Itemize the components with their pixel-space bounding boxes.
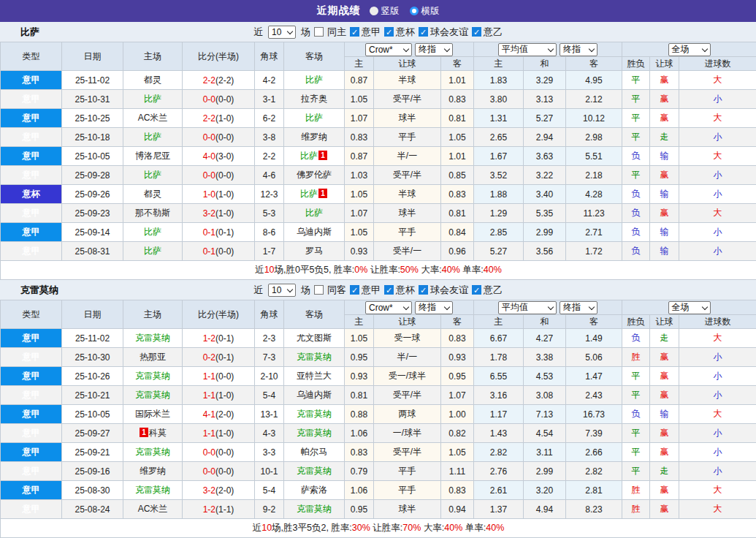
league-checkbox-label-2[interactable]: 球会友谊	[430, 284, 468, 297]
avg-stage-select-value: 终指	[563, 43, 581, 56]
near-label: 近	[253, 26, 263, 39]
scope-select[interactable]: 全场	[668, 43, 711, 56]
corner-cell: 2-3	[255, 329, 284, 348]
away-team-cell: 比萨	[284, 109, 345, 128]
league-checkbox-3[interactable]	[472, 27, 481, 37]
summary-value: 70%	[402, 523, 421, 533]
result-cell-value: 负	[632, 189, 641, 199]
match-row: 意甲25-08-30克雷莫纳3-2(2-0)5-4萨索洛1.06平手0.832.…	[1, 481, 756, 500]
avg-stage-select[interactable]: 终指	[560, 43, 597, 56]
league-checkbox-1[interactable]	[384, 27, 394, 37]
sub-header-2-0: 胜负	[622, 315, 650, 329]
league-checkbox-3[interactable]	[472, 285, 481, 295]
same-side-checkbox[interactable]	[314, 27, 324, 37]
league-checkbox-label-0[interactable]: 意甲	[362, 26, 381, 39]
handicap-result-cell-value: 赢	[660, 352, 669, 362]
odds-source-select[interactable]: Crow*	[365, 43, 412, 56]
table-head: 类型日期主场比分(半场)角球客场Crow*终指平均值终指全场主让球客主和客胜负让…	[1, 42, 756, 71]
date-cell: 25-10-30	[62, 348, 123, 367]
home-team-name: 克雷莫纳	[135, 371, 170, 381]
avg-draw-odds-cell: 2.99	[524, 223, 566, 242]
avg-source-select[interactable]: 平均值	[498, 43, 557, 56]
date-cell: 25-08-24	[62, 500, 123, 519]
league-cell: 意甲	[1, 329, 62, 348]
summary-value: 10	[264, 265, 275, 275]
goals-result-cell: 小	[679, 90, 756, 109]
scope-select[interactable]: 全场	[668, 301, 711, 314]
league-checkbox-label-1[interactable]: 意杯	[396, 284, 415, 297]
avg-home-odds-cell: 1.88	[474, 185, 524, 204]
handicap-away-odds-cell: 0.81	[441, 109, 474, 128]
avg-away-odds-cell: 8.23	[566, 500, 622, 519]
league-cell: 意甲	[1, 443, 62, 462]
league-checkbox-2[interactable]	[419, 27, 428, 37]
handicap-result-cell: 走	[650, 329, 679, 348]
date-cell: 25-09-27	[62, 424, 123, 443]
table-head: 类型日期主场比分(半场)角球客场Crow*终指平均值终指全场主让球客主和客胜负让…	[1, 300, 756, 329]
result-cell-value: 胜	[632, 504, 641, 514]
radio-selected-icon[interactable]	[410, 7, 419, 15]
team-section-1: 克雷莫纳近10场同客意甲意杯球会友谊意乙类型日期主场比分(半场)角球客场Crow…	[0, 280, 756, 538]
goals-result-cell: 小	[679, 367, 756, 386]
home-team-cell: 比萨	[123, 223, 183, 242]
same-side-label[interactable]: 同客	[327, 284, 346, 297]
scope-select-value: 全场	[672, 301, 690, 314]
summary-row: 近10场,胜3平5负2, 胜率:30% 让胜率:70% 大率:40% 单率:40…	[1, 519, 756, 538]
away-team-name: 比萨	[305, 75, 323, 85]
radio-unselected-icon[interactable]	[370, 7, 378, 15]
avg-away-odds-cell: 2.43	[566, 386, 622, 405]
result-cell-value: 胜	[632, 352, 641, 362]
goals-result-cell: 大	[679, 109, 756, 128]
sub-header-0-0: 主	[345, 315, 374, 329]
date-cell: 25-09-16	[62, 462, 123, 481]
avg-draw-odds-cell: 3.38	[524, 348, 566, 367]
home-team-cell: AC米兰	[123, 109, 183, 128]
league-checkbox-label-3[interactable]: 意乙	[484, 284, 503, 297]
table-body: 意甲25-11-02克雷莫纳1-2(0-1)2-3尤文图斯1.05受一球0.83…	[1, 329, 756, 538]
home-team-cell: 克雷莫纳	[123, 329, 183, 348]
odds-source-select[interactable]: Crow*	[365, 301, 412, 314]
handicap-line-cell: 半/一	[374, 348, 441, 367]
goals-result-cell: 小	[679, 223, 756, 242]
handicap-result-cell: 输	[650, 147, 679, 166]
odds-source-select-value: Crow*	[369, 45, 393, 55]
league-checkbox-label-1[interactable]: 意杯	[396, 26, 415, 39]
date-cell: 25-10-26	[62, 367, 123, 386]
odds-stage-select[interactable]: 终指	[415, 43, 453, 56]
goals-result-cell-value: 小	[714, 466, 722, 476]
result-cell: 平	[622, 386, 650, 405]
near-label: 近	[253, 284, 263, 297]
league-checkbox-label-2[interactable]: 球会友谊	[430, 26, 468, 39]
games-label: 场	[301, 284, 310, 297]
handicap-result-cell-value: 赢	[660, 170, 669, 180]
sub-header-1-1: 和	[524, 57, 566, 71]
home-team-name: AC米兰	[138, 113, 168, 123]
avg-home-odds-cell: 1.43	[474, 424, 524, 443]
away-team-cell: 克雷莫纳	[284, 462, 345, 481]
sub-header-2-1: 让球	[650, 315, 679, 329]
league-checkbox-2[interactable]	[419, 285, 428, 295]
avg-stage-select[interactable]: 终指	[560, 301, 597, 314]
handicap-line-cell: 半球	[374, 185, 441, 204]
handicap-result-cell: 赢	[650, 90, 679, 109]
league-checkbox-0[interactable]	[350, 27, 359, 37]
avg-source-select[interactable]: 平均值	[498, 301, 557, 314]
away-team-name: 比萨	[300, 151, 318, 161]
league-checkbox-0[interactable]	[350, 285, 359, 295]
matches-count-select[interactable]: 10	[268, 284, 296, 297]
handicap-away-odds-cell: 1.05	[441, 443, 474, 462]
league-checkbox-label-3[interactable]: 意乙	[484, 26, 503, 39]
avg-home-odds-cell: 1.31	[474, 109, 524, 128]
handicap-result-cell: 赢	[650, 204, 679, 223]
layout-option-vertical[interactable]: 竖版	[370, 5, 400, 18]
goals-result-cell-value: 小	[714, 94, 722, 104]
matches-count-select[interactable]: 10	[268, 26, 296, 39]
avg-away-odds-cell: 2.71	[566, 223, 622, 242]
odds-stage-select[interactable]: 终指	[415, 301, 453, 314]
league-checkbox-1[interactable]	[384, 285, 394, 295]
same-side-label[interactable]: 同主	[327, 26, 346, 39]
same-side-checkbox[interactable]	[314, 285, 324, 295]
layout-option-horizontal[interactable]: 横版	[410, 5, 440, 18]
goals-result-cell: 小	[679, 166, 756, 185]
league-checkbox-label-0[interactable]: 意甲	[362, 284, 381, 297]
